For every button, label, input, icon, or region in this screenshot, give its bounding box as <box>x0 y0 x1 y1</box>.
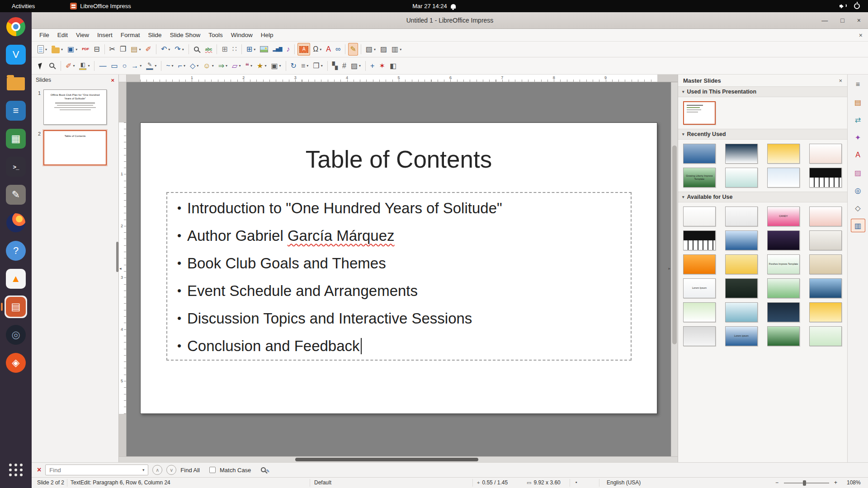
rotate-button[interactable]: ↻ <box>289 60 298 72</box>
dock-item-vlc[interactable]: ▲ <box>5 267 27 290</box>
display-grid-button[interactable]: ⊞ <box>220 43 229 56</box>
master-slide-thumbnail[interactable] <box>683 230 716 250</box>
close-master-panel-button[interactable]: × <box>839 77 842 84</box>
insert-chart-button[interactable]: ▂▅▇ <box>271 43 283 56</box>
slide-thumbnail-2[interactable]: 2Table of Contents <box>32 126 118 167</box>
master-slide-thumbnail[interactable] <box>809 278 842 298</box>
new-slide-button[interactable]: ▧▾ <box>364 43 377 56</box>
horizontal-scrollbar[interactable] <box>119 456 678 462</box>
master-slide-thumbnail[interactable]: CANDY <box>767 206 800 226</box>
spelling-button[interactable]: abc <box>203 43 214 56</box>
slide-properties-dropdown-arrow[interactable]: ▾ <box>400 47 401 52</box>
menu-tools[interactable]: Tools <box>204 30 227 40</box>
master-slide-thumbnail[interactable] <box>809 326 842 346</box>
master-slide-thumbnail[interactable] <box>767 168 800 188</box>
insert-hyperlink-button[interactable]: ∞ <box>334 43 342 56</box>
export-pdf-button[interactable]: PDF <box>80 43 91 56</box>
master-slide-thumbnail[interactable] <box>767 302 800 322</box>
horizontal-ruler[interactable]: 123456789 <box>127 75 678 82</box>
dock-item-help[interactable]: ? <box>5 239 27 262</box>
clock-menu[interactable]: Mar 27 14:24 <box>412 0 456 12</box>
sidebar-tab-styles[interactable]: A <box>851 148 865 162</box>
slides-panel-scrollbar[interactable] <box>116 242 118 272</box>
menu-slide-show[interactable]: Slide Show <box>166 30 205 40</box>
insert-line-button[interactable]: — <box>97 60 108 72</box>
fill-color-dropdown-arrow[interactable]: ▾ <box>88 64 90 68</box>
find-next-button[interactable]: ∨ <box>166 465 176 475</box>
search-input[interactable] <box>46 467 139 474</box>
edit-points-button[interactable]: + <box>368 60 376 72</box>
maximize-button[interactable]: □ <box>840 17 844 24</box>
title-bar[interactable]: Untitled 1 - LibreOffice Impress — □ × <box>32 12 868 29</box>
3d-objects-button[interactable]: ▣▾ <box>269 60 283 72</box>
slide-properties-button[interactable]: ▥▾ <box>390 43 403 56</box>
master-slide-thumbnail[interactable] <box>809 144 842 164</box>
dock-item-files[interactable] <box>5 71 27 94</box>
menu-format[interactable]: Format <box>117 30 144 40</box>
master-slide-thumbnail[interactable] <box>809 302 842 322</box>
horizontal-scrollbar-thumb[interactable] <box>295 458 478 461</box>
activities-button[interactable]: Activities <box>8 2 38 10</box>
master-slide-thumbnail[interactable] <box>809 254 842 274</box>
master-slide-thumbnail[interactable] <box>725 144 758 164</box>
master-slide-thumbnail[interactable] <box>767 326 800 346</box>
sidebar-tab-shapes[interactable]: ◇ <box>851 201 865 215</box>
dock-item-libreoffice-calc[interactable]: ▦ <box>5 127 27 150</box>
curves-and-polygons-dropdown-arrow[interactable]: ▾ <box>172 64 174 68</box>
master-slide-thumbnail[interactable]: Lorem ipsum <box>725 326 758 346</box>
arrange-button[interactable]: ❐▾ <box>311 60 324 72</box>
fill-color-button[interactable]: ◧▾ <box>77 60 91 72</box>
open-dropdown-arrow[interactable]: ▾ <box>61 47 63 52</box>
slide-viewport[interactable]: Table of Contents •Introduction to "One … <box>127 82 678 456</box>
basic-shapes-dropdown-arrow[interactable]: ▾ <box>197 64 198 68</box>
insert-table-dropdown-arrow[interactable]: ▾ <box>254 47 255 52</box>
save-dropdown-arrow[interactable]: ▾ <box>75 47 77 52</box>
slide-canvas[interactable]: Table of Contents •Introduction to "One … <box>140 122 657 414</box>
find-all-button[interactable]: Find All <box>180 467 200 474</box>
master-slide-thumbnail[interactable] <box>683 101 716 125</box>
find-history-dropdown[interactable]: ▾ <box>139 468 148 472</box>
master-slide-thumbnail[interactable] <box>767 144 800 164</box>
fontwork-text-button[interactable]: A <box>324 43 333 56</box>
master-section-header[interactable]: ▾Recently Used <box>678 129 847 140</box>
show-draw-functions-button[interactable]: ✎ <box>348 43 358 56</box>
system-tray[interactable] <box>840 3 860 9</box>
align-objects-button[interactable]: ≡▾ <box>299 60 310 72</box>
new-dropdown-arrow[interactable]: ▾ <box>45 47 47 52</box>
sidebar-tab-gallery[interactable]: ▨ <box>851 166 865 179</box>
menu-insert[interactable]: Insert <box>93 30 117 40</box>
insert-image-button[interactable] <box>258 43 270 56</box>
new-slide-dropdown-arrow[interactable]: ▾ <box>374 47 376 52</box>
save-button[interactable]: ▣▾ <box>66 43 79 56</box>
menu-help[interactable]: Help <box>257 30 278 40</box>
sidebar-tab-master-slides[interactable]: ▥ <box>851 219 865 232</box>
sidebar-tab-navigator[interactable]: ◎ <box>851 183 865 197</box>
block-arrows-button[interactable]: ⇒▾ <box>217 60 229 72</box>
menu-edit[interactable]: Edit <box>53 30 72 40</box>
content-textbox[interactable]: •Introduction to "One Hundred Years of S… <box>166 192 632 361</box>
zoom-out-button[interactable]: − <box>775 479 778 486</box>
stars-and-banners-button[interactable]: ★▾ <box>255 60 268 72</box>
find-and-replace-icon[interactable]: ✎ <box>260 467 269 474</box>
lines-and-arrows-dropdown-arrow[interactable]: ▾ <box>140 64 142 68</box>
redo-button[interactable]: ↷▾ <box>173 43 185 56</box>
dock-item-firefox[interactable] <box>5 211 27 234</box>
master-slide-thumbnail[interactable] <box>767 230 800 250</box>
insert-media-button[interactable]: ♪ <box>284 43 292 56</box>
find-and-replace-button[interactable] <box>192 43 203 56</box>
image-filter-dropdown-arrow[interactable]: ▾ <box>359 64 361 68</box>
connectors-dropdown-arrow[interactable]: ▾ <box>184 64 185 68</box>
undo-dropdown-arrow[interactable]: ▾ <box>168 47 170 52</box>
close-slides-panel-button[interactable]: × <box>111 77 114 84</box>
master-slide-thumbnail[interactable] <box>683 206 716 226</box>
master-slide-thumbnail[interactable] <box>683 326 716 346</box>
focused-app-indicator[interactable]: LibreOffice Impress <box>70 3 131 9</box>
master-slide-thumbnail[interactable] <box>725 206 758 226</box>
align-objects-dropdown-arrow[interactable]: ▾ <box>307 64 308 68</box>
language-status[interactable]: English (USA) <box>607 479 641 486</box>
bullet-item[interactable]: •Author Gabriel García Márquez <box>175 222 631 249</box>
symbol-shapes-button[interactable]: ☺▾ <box>201 60 215 72</box>
master-slide-thumbnail[interactable]: Freshes Impress Template <box>767 254 800 274</box>
master-slide-thumbnail[interactable] <box>683 254 716 274</box>
zoom-percent-status[interactable]: 108% <box>847 479 861 486</box>
